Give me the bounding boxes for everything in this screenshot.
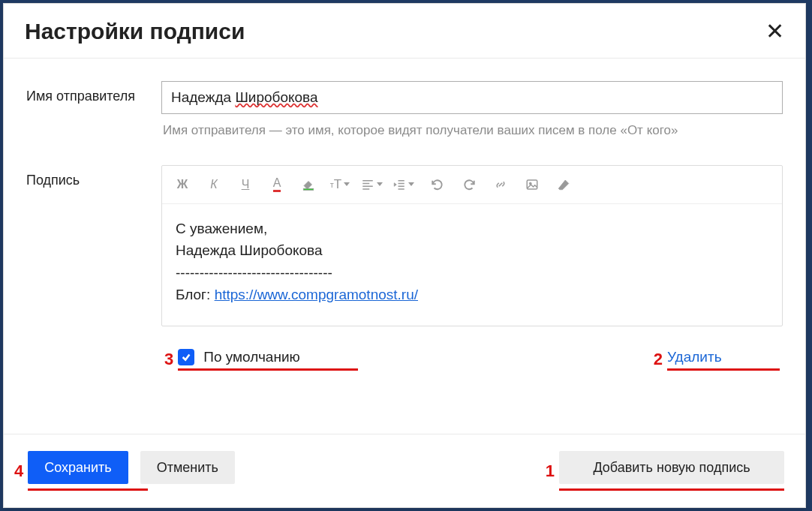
svg-rect-0 xyxy=(303,188,314,190)
default-checkbox-label[interactable]: По умолчанию xyxy=(203,349,300,365)
bold-icon[interactable]: Ж xyxy=(167,173,198,196)
align-icon[interactable] xyxy=(356,173,387,196)
bg-color-icon[interactable] xyxy=(293,173,324,196)
annotation-1: 1 xyxy=(546,461,555,481)
text-color-icon[interactable]: A xyxy=(261,173,293,196)
erase-icon[interactable] xyxy=(548,173,579,196)
signature-line1: С уважением, xyxy=(176,218,768,239)
signature-label: Подпись xyxy=(26,165,161,188)
indent-icon[interactable] xyxy=(387,173,419,196)
close-icon[interactable]: ✕ xyxy=(765,20,784,43)
modal-title: Настройки подписи xyxy=(25,19,245,44)
font-size-icon[interactable]: тТ xyxy=(324,173,356,196)
signature-blog-link[interactable]: https://www.compgramotnost.ru/ xyxy=(215,287,418,302)
signature-divider: --------------------------------- xyxy=(176,262,768,284)
redo-icon[interactable] xyxy=(453,173,485,196)
add-new-signature-button[interactable]: Добавить новую подпись xyxy=(559,451,784,484)
sender-name-label: Имя отправителя xyxy=(26,81,161,104)
annotation-3: 3 xyxy=(164,350,173,369)
default-checkbox[interactable] xyxy=(178,349,194,365)
italic-icon[interactable]: К xyxy=(198,173,230,196)
signature-editor: Ж К Ч A тТ xyxy=(161,165,783,326)
save-button[interactable]: Сохранить xyxy=(28,451,128,484)
signature-blog-label: Блог: xyxy=(176,287,210,302)
undo-icon[interactable] xyxy=(422,173,453,196)
delete-signature-link[interactable]: Удалить xyxy=(667,349,722,365)
signature-line2: Надежда Широбокова xyxy=(176,239,768,261)
image-icon[interactable] xyxy=(516,173,548,196)
sender-first-name: Надежда xyxy=(171,89,231,106)
signature-content[interactable]: С уважением, Надежда Широбокова --------… xyxy=(162,204,782,326)
annotation-4: 4 xyxy=(14,461,23,481)
cancel-button[interactable]: Отменить xyxy=(140,451,235,484)
sender-name-input[interactable]: Надежда Широбокова xyxy=(161,81,783,114)
sender-name-hint: Имя отправителя — это имя, которое видят… xyxy=(161,114,783,158)
sender-last-name: Широбокова xyxy=(235,89,317,106)
signature-settings-modal: Настройки подписи ✕ Имя отправителя Наде… xyxy=(3,3,806,508)
editor-toolbar: Ж К Ч A тТ xyxy=(162,166,782,204)
link-icon[interactable] xyxy=(485,173,516,196)
modal-footer: 4 Сохранить Отменить 1 Добавить новую по… xyxy=(4,434,805,507)
modal-body[interactable]: Имя отправителя Надежда Широбокова Имя о… xyxy=(4,59,805,434)
underline-icon[interactable]: Ч xyxy=(230,173,261,196)
modal-header: Настройки подписи ✕ xyxy=(4,4,805,59)
annotation-2: 2 xyxy=(654,350,663,369)
